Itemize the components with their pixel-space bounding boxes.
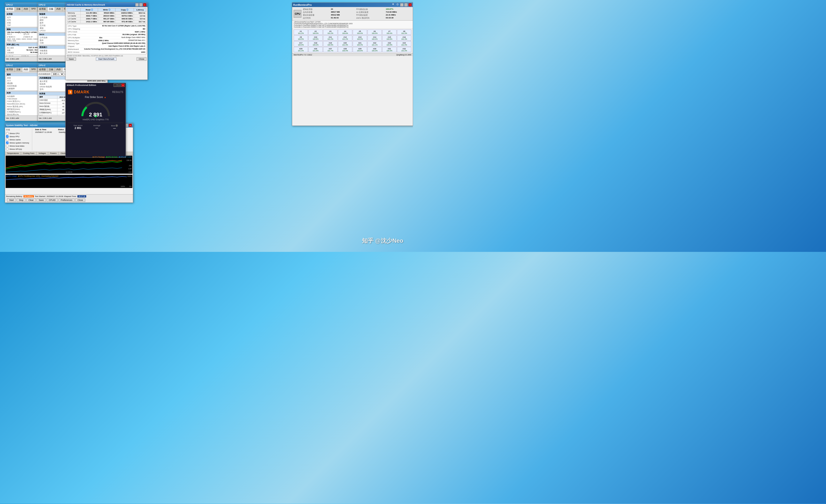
cpuz3-tab-mb[interactable]: 主板: [15, 67, 22, 72]
tdmark-close-btn[interactable]: ×: [121, 83, 125, 87]
cpuz-tab-memory[interactable]: 内存: [22, 7, 30, 11]
cpuz-tab-motherboard[interactable]: 主板: [15, 7, 22, 11]
elapsed-badge: 00:17:10: [77, 195, 86, 197]
rmt-cell: #32101.0%: [397, 47, 411, 52]
sst-save-btn[interactable]: Save: [37, 198, 46, 202]
rmt-cell: #25101.3%: [294, 47, 308, 52]
stress-fpu-row: Stress FPU: [6, 135, 29, 138]
aida64-close[interactable]: ×: [143, 3, 146, 6]
rmt-cell: #1101.2%: [294, 29, 308, 35]
rmt-cell: #13100.0%: [353, 35, 367, 41]
rmt-cell: #4100.8%: [338, 29, 352, 35]
sst-stop-btn[interactable]: Stop: [17, 198, 26, 202]
tdmark-results-label: RESULTS: [91, 91, 123, 93]
aida64-window: AIDA64 Cache & Memory Benchmark _ □ × Re…: [65, 2, 148, 80]
sst-cpuid-btn[interactable]: CPUID: [47, 198, 58, 202]
stress-cpu-row: Stress CPU: [6, 132, 29, 135]
rmt-title: RunMemtestPro: [293, 4, 312, 6]
aida64-close-btn[interactable]: Close: [136, 57, 146, 61]
stress-sysmem-check[interactable]: [6, 141, 8, 144]
sst-prefs-btn[interactable]: Preferences: [59, 198, 75, 202]
sst-tab-temps[interactable]: Temperatures: [5, 152, 21, 155]
sst-start-btn[interactable]: Start: [7, 198, 16, 202]
sst-tab-powers[interactable]: Powers: [48, 152, 59, 155]
cpuz4-tab-mb[interactable]: 主板: [48, 67, 55, 72]
stress-disks-row: Stress local disks: [6, 144, 29, 147]
aida64-title: AIDA64 Cache & Memory Benchmark: [67, 4, 105, 6]
aida64-min[interactable]: _: [135, 3, 139, 6]
rmt-cell: #16101.3%: [397, 35, 411, 41]
rmt-titlebar: RunMemtestPro ⚙ ⓘ _ □ ×: [292, 3, 413, 7]
rmt-cell: #20101.9%: [338, 41, 352, 47]
stress-fpu-check[interactable]: [6, 135, 8, 138]
rmt-cell: #17100.9%: [294, 41, 308, 47]
sst-close-footer-btn[interactable]: Close: [75, 198, 85, 202]
rmt-cell: #18100.2%: [308, 41, 323, 47]
rmt-cell: #10100.6%: [308, 35, 323, 41]
runmemtest-window: RunMemtestPro ⚙ ⓘ _ □ × CPU 逻辑处理器 24 平均测…: [292, 2, 413, 126]
tdmark-score: 2 891: [89, 112, 102, 117]
stress-gpu-row: Stress GPU(s): [6, 147, 29, 150]
tdmark-title: 3DMark Professional Edition: [67, 84, 96, 86]
cpuz-ver-2: Ver. 2.06.1.x64: [39, 58, 52, 60]
cpuz-title-1: CPU-Z: [6, 4, 13, 6]
aida64-footer-text: AIDA64 v6.90.6500 / BenchDLL 4.6.876.6 x…: [67, 55, 146, 57]
rmt-cell: #27101.7%: [323, 47, 338, 52]
aida64-start-btn[interactable]: Start Benchmark: [96, 57, 116, 61]
spd-slot-select[interactable]: 插槽 #1: [51, 73, 64, 76]
aida64-table-row: L2 Cache 1064.7 GB/s 551.37 GB/s 848.93 …: [67, 17, 146, 20]
cpuz3-tab-proc[interactable]: 处理器: [5, 67, 15, 72]
rmt-cell: #30100.3%: [367, 47, 382, 52]
rmt-cell: #28100.4%: [338, 47, 352, 52]
sst-clear-btn[interactable]: Clear: [26, 198, 36, 202]
rmt-cell: #22101.1%: [367, 41, 382, 47]
battery-badge: No battery: [23, 195, 34, 197]
cpuz4-tab-mem[interactable]: 内存: [55, 67, 62, 72]
rmt-cpu-icon: CPU: [294, 10, 301, 18]
tdmark-max[interactable]: □: [117, 83, 121, 87]
tdmark-min[interactable]: _: [114, 83, 117, 87]
cpuz3-tab-spd[interactable]: SPD: [30, 67, 38, 72]
tdmark-logo: 3: [68, 90, 72, 94]
rmt-cell: #7100.4%: [382, 29, 397, 35]
stress-cpu-check[interactable]: [6, 132, 8, 134]
cpuz-ver-1: Ver. 2.06.1.x64: [6, 58, 19, 60]
aida64-titlebar: AIDA64 Cache & Memory Benchmark _ □ ×: [66, 3, 148, 7]
cpuz2-tab-proc[interactable]: 处理器: [38, 7, 48, 11]
rmt-cell: #15100.6%: [382, 35, 397, 41]
rmt-min[interactable]: _: [400, 3, 404, 6]
rmt-cell: #14100.4%: [367, 35, 382, 41]
stress-sysmem-row: Stress system memory: [6, 141, 29, 144]
rmt-cell: #2100.0%: [308, 29, 323, 35]
stress-disks-check[interactable]: [6, 145, 8, 147]
sst-tab-fans[interactable]: Cooling Fans: [21, 152, 37, 155]
cpuz2-tab-mem[interactable]: 内存: [55, 7, 62, 11]
watermark: 知乎 @沈少Neo: [362, 237, 403, 245]
rmt-footer-version: MemTestPro 7.0 / 21812: [294, 54, 312, 56]
cpuz4-tab-proc[interactable]: 处理器: [38, 67, 48, 72]
aida64-max[interactable]: □: [139, 3, 142, 6]
rmt-cell: #29100.6%: [353, 47, 367, 52]
rmt-cell: #19100.9%: [323, 41, 338, 47]
rmt-max[interactable]: □: [404, 3, 408, 6]
rmt-cell: #12101.2%: [338, 35, 352, 41]
cpuz2-tab-mb[interactable]: 主板: [48, 7, 55, 11]
aida64-save-btn[interactable]: Save: [67, 57, 76, 61]
tdmark-brand: DMARK: [74, 90, 90, 94]
rmt-cell: #11101.2%: [323, 35, 338, 41]
cpuz-tab-spd[interactable]: SPD: [30, 7, 38, 11]
cpuz3-tab-mem[interactable]: 内存: [22, 67, 30, 72]
tdmark-your-score: 2 891: [73, 127, 82, 129]
cpuz-tab-processor[interactable]: 处理器: [5, 7, 15, 11]
stress-gpu-check[interactable]: [6, 148, 8, 150]
rmt-settings-icon[interactable]: ⚙: [391, 3, 395, 6]
rmt-close-btn[interactable]: ×: [408, 3, 412, 6]
rmt-cell: #5100.4%: [353, 29, 367, 35]
rmt-info-icon[interactable]: ⓘ: [396, 3, 400, 6]
rmt-cell: #21100.4%: [353, 41, 367, 47]
tdmark-window: 3DMark Professional Edition _ □ × 3 DMAR…: [65, 83, 126, 158]
stress-cache-check[interactable]: [6, 138, 8, 141]
cpu-name-label: 名字: [7, 16, 11, 19]
sst-close-btn[interactable]: ×: [128, 124, 132, 127]
sst-tab-voltages[interactable]: Voltages: [37, 152, 48, 155]
